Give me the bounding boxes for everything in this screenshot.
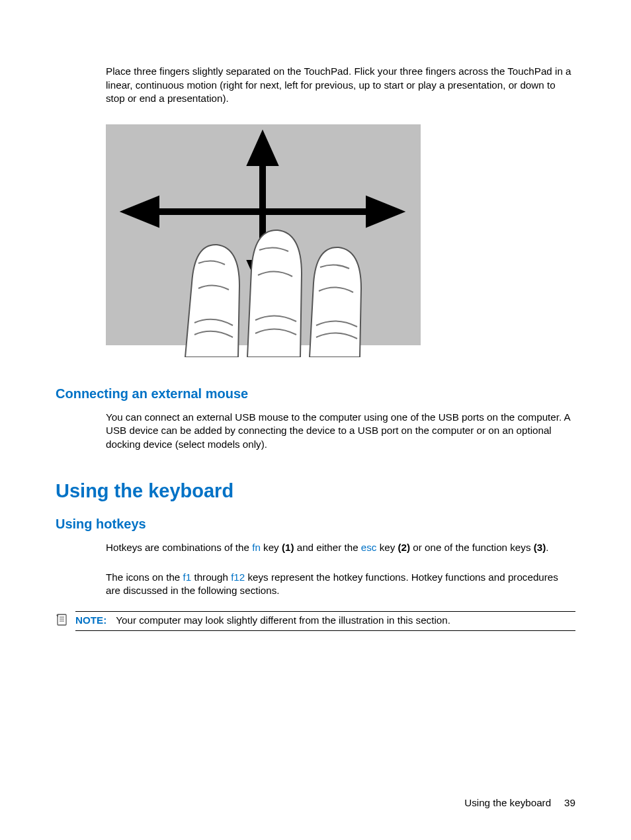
note-icon: [56, 613, 69, 626]
note-label: NOTE:: [75, 614, 106, 626]
mouse-paragraph: You can connect an external USB mouse to…: [106, 411, 575, 452]
footer-section-title: Using the keyboard: [464, 797, 551, 808]
page-footer: Using the keyboard39: [464, 797, 575, 808]
heading-connecting-external-mouse: Connecting an external mouse: [56, 386, 575, 401]
heading-using-keyboard: Using the keyboard: [56, 480, 575, 502]
hotkeys-paragraph-2: The icons on the f1 through f12 keys rep…: [106, 571, 575, 598]
svg-rect-7: [58, 614, 66, 625]
note-block: NOTE:Your computer may look slightly dif…: [75, 611, 575, 631]
note-text: Your computer may look slightly differen…: [116, 614, 450, 626]
heading-using-hotkeys: Using hotkeys: [56, 517, 575, 532]
footer-page-number: 39: [564, 797, 575, 808]
touchpad-three-finger-flick-illustration: [106, 124, 575, 360]
intro-paragraph: Place three fingers slightly separated o…: [106, 65, 575, 106]
hotkeys-paragraph-1: Hotkeys are combinations of the fn key (…: [106, 541, 575, 555]
